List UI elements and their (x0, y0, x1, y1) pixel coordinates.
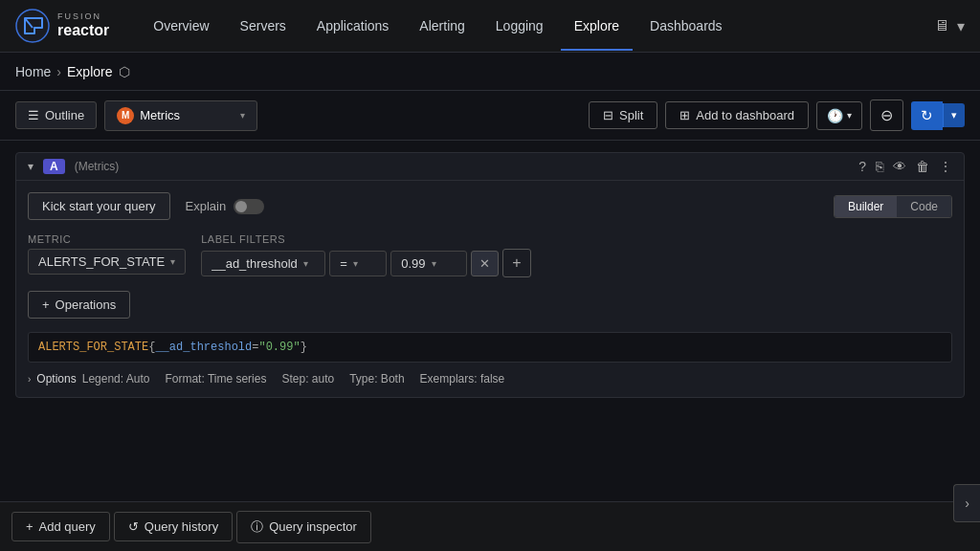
query-header: ▾ A (Metrics) ? ⎘ 👁 🗑 ⋮ (16, 153, 964, 181)
query-label: A (43, 159, 65, 174)
filter-op-chevron-icon: ▾ (353, 258, 358, 269)
explain-row: Explain (186, 199, 265, 214)
right-panel-toggle-button[interactable]: › (953, 484, 980, 522)
operations-row: + Operations (28, 291, 952, 319)
add-filter-button[interactable]: + (502, 249, 530, 277)
filter-section: Metric ALERTS_FOR_STATE ▾ Label filters … (28, 233, 952, 277)
clock-icon: 🕐 (827, 108, 843, 123)
query-inspector-button[interactable]: ⓘ Query inspector (236, 511, 371, 543)
split-button[interactable]: ⊟ Split (589, 101, 657, 129)
nav-item-alerting[interactable]: Alerting (406, 11, 478, 41)
chevron-down-icon[interactable]: ▾ (957, 17, 965, 35)
query-eye-icon[interactable]: 👁 (893, 159, 906, 174)
options-chevron-icon: › (28, 374, 31, 385)
query-string-display: ALERTS_FOR_STATE{__ad_threshold="0.99"} (28, 332, 952, 363)
menu-icon: ☰ (28, 108, 39, 122)
share-icon[interactable]: ⬡ (119, 64, 130, 79)
options-type: Type: Both (349, 372, 404, 386)
label-filters-label: Label filters (201, 233, 530, 245)
zoom-out-icon: ⊖ (880, 106, 893, 124)
zoom-out-button[interactable]: ⊖ (870, 99, 903, 131)
monitor-icon[interactable]: 🖥 (934, 17, 949, 34)
logo[interactable]: fusion reactor (15, 9, 109, 43)
logo-text-block: fusion reactor (57, 11, 109, 39)
query-collapse-icon[interactable]: ▾ (28, 160, 33, 173)
query-header-actions: ? ⎘ 👁 🗑 ⋮ (858, 159, 952, 174)
breadcrumb-bar: Home › Explore ⬡ (0, 53, 980, 91)
query-copy-icon[interactable]: ⎘ (876, 159, 883, 174)
run-query-button[interactable]: ↻ (911, 101, 943, 130)
query-string-key: __ad_threshold (155, 341, 252, 354)
label-filters-group: Label filters __ad_threshold ▾ = ▾ 0.99 (201, 233, 530, 277)
run-query-dropdown-button[interactable]: ▾ (943, 103, 965, 127)
datasource-chevron: ▾ (240, 110, 245, 121)
remove-filter-button[interactable]: ✕ (471, 251, 499, 276)
breadcrumb-current: Explore (67, 64, 112, 79)
filter-val-chevron-icon: ▾ (432, 258, 436, 269)
refresh-icon: ↻ (921, 107, 933, 123)
time-chevron-icon: ▾ (847, 110, 852, 121)
add-query-button[interactable]: + Add query (11, 512, 110, 541)
bottom-bar: + Add query ↺ Query history ⓘ Query insp… (0, 501, 980, 551)
nav-item-overview[interactable]: Overview (140, 11, 222, 41)
metric-filter-group: Metric ALERTS_FOR_STATE ▾ (28, 233, 186, 275)
add-to-dashboard-button[interactable]: ⊞ Add to dashboard (665, 101, 809, 129)
right-panel-chevron-icon: › (965, 496, 969, 511)
outline-button[interactable]: ☰ Outline (15, 101, 97, 129)
options-exemplars: Exemplars: false (420, 372, 505, 386)
query-history-button[interactable]: ↺ Query history (114, 512, 233, 541)
svg-point-0 (16, 10, 49, 42)
options-items: Legend: Auto Format: Time series Step: a… (82, 372, 505, 386)
breadcrumb-home[interactable]: Home (15, 64, 51, 79)
toolbar: ☰ Outline M Metrics ▾ ⊟ Split ⊞ Add to d… (0, 91, 980, 141)
query-datasource-name: (Metrics) (75, 160, 120, 173)
metric-select[interactable]: ALERTS_FOR_STATE ▾ (28, 249, 186, 275)
query-trash-icon[interactable]: 🗑 (916, 159, 929, 174)
explain-label: Explain (186, 199, 227, 213)
label-filter-key-select[interactable]: __ad_threshold ▾ (201, 251, 325, 276)
inspector-info-icon: ⓘ (251, 518, 263, 536)
builder-button[interactable]: Builder (835, 196, 897, 217)
nav-item-explore[interactable]: Explore (561, 11, 633, 41)
nav-item-logging[interactable]: Logging (482, 11, 557, 41)
run-query-button-group: ↻ ▾ (911, 101, 965, 130)
operations-plus-icon: + (42, 298, 50, 312)
query-string-val: "0.99" (258, 341, 300, 354)
time-picker-button[interactable]: 🕐 ▾ (816, 101, 862, 130)
query-body: Kick start your query Explain Builder Co… (16, 181, 964, 397)
query-string-metric: ALERTS_FOR_STATE (38, 341, 148, 354)
kick-start-row: Kick start your query Explain Builder Co… (28, 192, 952, 220)
add-query-plus-icon: + (26, 519, 33, 534)
history-icon: ↺ (128, 519, 139, 534)
builder-code-switch: Builder Code (834, 195, 952, 218)
options-legend: Legend: Auto (82, 372, 150, 386)
options-row[interactable]: › Options Legend: Auto Format: Time seri… (28, 372, 952, 386)
run-query-chevron-icon: ▾ (951, 109, 957, 121)
main-content: ▾ A (Metrics) ? ⎘ 👁 🗑 ⋮ Kick start your … (0, 141, 980, 417)
query-block-a: ▾ A (Metrics) ? ⎘ 👁 🗑 ⋮ Kick start your … (15, 152, 965, 398)
add-operations-button[interactable]: + Operations (28, 291, 130, 319)
toggle-knob (235, 201, 247, 212)
code-button[interactable]: Code (897, 196, 951, 217)
nav-items: Overview Servers Applications Alerting L… (140, 11, 934, 41)
label-filter-op-select[interactable]: = ▾ (329, 251, 387, 276)
options-step: Step: auto (281, 372, 334, 386)
logo-icon (15, 9, 50, 43)
filter-key-chevron-icon: ▾ (303, 258, 308, 269)
label-filter-val-select[interactable]: 0.99 ▾ (390, 251, 467, 276)
metric-chevron-icon: ▾ (170, 256, 175, 267)
nav-item-servers[interactable]: Servers (227, 11, 300, 41)
metric-label: Metric (28, 233, 186, 245)
nav-item-dashboards[interactable]: Dashboards (636, 11, 736, 41)
query-help-icon[interactable]: ? (858, 159, 866, 174)
explain-toggle[interactable] (234, 199, 264, 214)
kick-start-button[interactable]: Kick start your query (28, 192, 170, 220)
query-more-icon[interactable]: ⋮ (939, 159, 952, 174)
split-icon: ⊟ (603, 108, 613, 122)
grid-icon: ⊞ (679, 108, 690, 122)
datasource-select[interactable]: M Metrics ▾ (104, 100, 257, 131)
top-navigation: fusion reactor Overview Servers Applicat… (0, 0, 980, 53)
nav-item-applications[interactable]: Applications (303, 11, 403, 41)
breadcrumb-separator: › (56, 64, 61, 79)
metric-controls: ALERTS_FOR_STATE ▾ (28, 249, 186, 275)
